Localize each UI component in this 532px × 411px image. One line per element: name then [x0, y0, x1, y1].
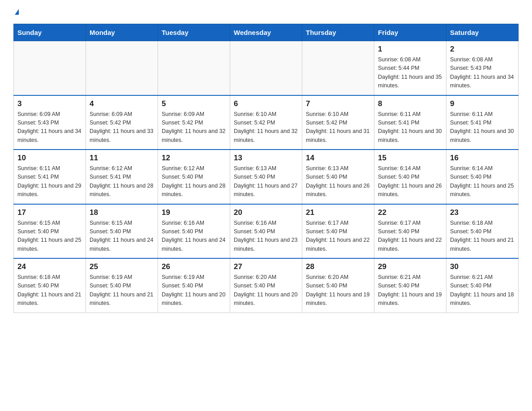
day-number: 7 [306, 99, 370, 108]
day-info: Sunrise: 6:13 AMSunset: 5:40 PMDaylight:… [234, 164, 298, 199]
day-number: 5 [162, 99, 226, 108]
day-info: Sunrise: 6:09 AMSunset: 5:42 PMDaylight:… [162, 110, 226, 145]
day-number: 2 [450, 45, 515, 54]
calendar-cell: 12Sunrise: 6:12 AMSunset: 5:40 PMDayligh… [158, 150, 230, 204]
calendar-cell: 6Sunrise: 6:10 AMSunset: 5:42 PMDaylight… [230, 95, 302, 150]
calendar-table: SundayMondayTuesdayWednesdayThursdayFrid… [13, 24, 519, 313]
day-of-week-header: Wednesday [230, 24, 302, 41]
calendar-week-row: 17Sunrise: 6:15 AMSunset: 5:40 PMDayligh… [14, 204, 519, 259]
calendar-cell: 21Sunrise: 6:17 AMSunset: 5:40 PMDayligh… [302, 204, 374, 259]
calendar-cell [230, 41, 302, 95]
day-of-week-header: Sunday [14, 24, 86, 41]
day-number: 10 [17, 154, 82, 163]
day-info: Sunrise: 6:17 AMSunset: 5:40 PMDaylight:… [378, 219, 442, 254]
day-info: Sunrise: 6:13 AMSunset: 5:40 PMDaylight:… [306, 164, 370, 199]
day-of-week-header: Thursday [302, 24, 374, 41]
day-number: 18 [90, 208, 154, 217]
day-number: 6 [234, 99, 298, 108]
calendar-cell: 3Sunrise: 6:09 AMSunset: 5:43 PMDaylight… [14, 95, 86, 150]
day-of-week-header: Friday [374, 24, 446, 41]
day-info: Sunrise: 6:15 AMSunset: 5:40 PMDaylight:… [17, 219, 82, 254]
day-info: Sunrise: 6:19 AMSunset: 5:40 PMDaylight:… [162, 273, 226, 308]
day-of-week-header: Saturday [446, 24, 519, 41]
day-info: Sunrise: 6:20 AMSunset: 5:40 PMDaylight:… [306, 273, 370, 308]
day-info: Sunrise: 6:19 AMSunset: 5:40 PMDaylight:… [90, 273, 154, 308]
calendar-cell: 15Sunrise: 6:14 AMSunset: 5:40 PMDayligh… [374, 150, 446, 204]
day-info: Sunrise: 6:09 AMSunset: 5:43 PMDaylight:… [17, 110, 82, 145]
day-number: 21 [306, 208, 370, 217]
day-number: 11 [90, 154, 154, 163]
day-number: 4 [90, 99, 154, 108]
calendar-cell: 20Sunrise: 6:16 AMSunset: 5:40 PMDayligh… [230, 204, 302, 259]
calendar-week-row: 10Sunrise: 6:11 AMSunset: 5:41 PMDayligh… [14, 150, 519, 204]
day-info: Sunrise: 6:10 AMSunset: 5:42 PMDaylight:… [234, 110, 298, 145]
calendar-cell: 22Sunrise: 6:17 AMSunset: 5:40 PMDayligh… [374, 204, 446, 259]
day-info: Sunrise: 6:14 AMSunset: 5:40 PMDaylight:… [378, 164, 442, 199]
day-number: 22 [378, 208, 442, 217]
day-info: Sunrise: 6:12 AMSunset: 5:40 PMDaylight:… [162, 164, 226, 199]
calendar-week-row: 3Sunrise: 6:09 AMSunset: 5:43 PMDaylight… [14, 95, 519, 150]
day-number: 27 [234, 262, 298, 271]
day-number: 14 [306, 154, 370, 163]
calendar-cell: 25Sunrise: 6:19 AMSunset: 5:40 PMDayligh… [86, 258, 158, 313]
day-number: 12 [162, 154, 226, 163]
day-info: Sunrise: 6:21 AMSunset: 5:40 PMDaylight:… [378, 273, 442, 308]
calendar-cell: 13Sunrise: 6:13 AMSunset: 5:40 PMDayligh… [230, 150, 302, 204]
day-info: Sunrise: 6:09 AMSunset: 5:42 PMDaylight:… [90, 110, 154, 145]
day-of-week-header: Tuesday [158, 24, 230, 41]
calendar-header-row: SundayMondayTuesdayWednesdayThursdayFrid… [14, 24, 519, 41]
day-info: Sunrise: 6:16 AMSunset: 5:40 PMDaylight:… [162, 219, 226, 254]
calendar-cell: 19Sunrise: 6:16 AMSunset: 5:40 PMDayligh… [158, 204, 230, 259]
calendar-cell: 28Sunrise: 6:20 AMSunset: 5:40 PMDayligh… [302, 258, 374, 313]
calendar-cell: 9Sunrise: 6:11 AMSunset: 5:41 PMDaylight… [446, 95, 519, 150]
calendar-cell: 4Sunrise: 6:09 AMSunset: 5:42 PMDaylight… [86, 95, 158, 150]
day-number: 28 [306, 262, 370, 271]
calendar-cell: 26Sunrise: 6:19 AMSunset: 5:40 PMDayligh… [158, 258, 230, 313]
calendar-cell: 18Sunrise: 6:15 AMSunset: 5:40 PMDayligh… [86, 204, 158, 259]
calendar-week-row: 24Sunrise: 6:18 AMSunset: 5:40 PMDayligh… [14, 258, 519, 313]
day-info: Sunrise: 6:16 AMSunset: 5:40 PMDaylight:… [234, 219, 298, 254]
day-number: 3 [17, 99, 82, 108]
day-number: 30 [450, 262, 515, 271]
calendar-cell: 10Sunrise: 6:11 AMSunset: 5:41 PMDayligh… [14, 150, 86, 204]
calendar-cell: 17Sunrise: 6:15 AMSunset: 5:40 PMDayligh… [14, 204, 86, 259]
calendar-cell: 1Sunrise: 6:08 AMSunset: 5:44 PMDaylight… [374, 41, 446, 95]
day-info: Sunrise: 6:12 AMSunset: 5:41 PMDaylight:… [90, 164, 154, 199]
day-info: Sunrise: 6:17 AMSunset: 5:40 PMDaylight:… [306, 219, 370, 254]
day-number: 13 [234, 154, 298, 163]
calendar-cell: 11Sunrise: 6:12 AMSunset: 5:41 PMDayligh… [86, 150, 158, 204]
calendar-cell: 16Sunrise: 6:14 AMSunset: 5:40 PMDayligh… [446, 150, 519, 204]
day-info: Sunrise: 6:18 AMSunset: 5:40 PMDaylight:… [17, 273, 82, 308]
day-info: Sunrise: 6:11 AMSunset: 5:41 PMDaylight:… [17, 164, 82, 199]
calendar-cell: 8Sunrise: 6:11 AMSunset: 5:41 PMDaylight… [374, 95, 446, 150]
calendar-cell [86, 41, 158, 95]
calendar-cell [302, 41, 374, 95]
day-info: Sunrise: 6:08 AMSunset: 5:43 PMDaylight:… [450, 56, 515, 90]
calendar-cell: 7Sunrise: 6:10 AMSunset: 5:42 PMDaylight… [302, 95, 374, 150]
day-number: 23 [450, 208, 515, 217]
page-header [13, 9, 519, 16]
calendar-cell: 24Sunrise: 6:18 AMSunset: 5:40 PMDayligh… [14, 258, 86, 313]
day-number: 19 [162, 208, 226, 217]
calendar-cell: 2Sunrise: 6:08 AMSunset: 5:43 PMDaylight… [446, 41, 519, 95]
calendar-cell: 27Sunrise: 6:20 AMSunset: 5:40 PMDayligh… [230, 258, 302, 313]
calendar-cell [158, 41, 230, 95]
calendar-cell: 23Sunrise: 6:18 AMSunset: 5:40 PMDayligh… [446, 204, 519, 259]
day-info: Sunrise: 6:20 AMSunset: 5:40 PMDaylight:… [234, 273, 298, 308]
day-info: Sunrise: 6:08 AMSunset: 5:44 PMDaylight:… [378, 56, 442, 90]
day-info: Sunrise: 6:21 AMSunset: 5:40 PMDaylight:… [450, 273, 515, 308]
calendar-cell [14, 41, 86, 95]
day-info: Sunrise: 6:11 AMSunset: 5:41 PMDaylight:… [378, 110, 442, 145]
calendar-cell: 29Sunrise: 6:21 AMSunset: 5:40 PMDayligh… [374, 258, 446, 313]
day-number: 9 [450, 99, 515, 108]
day-number: 1 [378, 45, 442, 54]
day-number: 25 [90, 262, 154, 271]
day-info: Sunrise: 6:14 AMSunset: 5:40 PMDaylight:… [450, 164, 515, 199]
day-info: Sunrise: 6:18 AMSunset: 5:40 PMDaylight:… [450, 219, 515, 254]
logo [13, 9, 19, 16]
calendar-week-row: 1Sunrise: 6:08 AMSunset: 5:44 PMDaylight… [14, 41, 519, 95]
calendar-cell: 5Sunrise: 6:09 AMSunset: 5:42 PMDaylight… [158, 95, 230, 150]
day-info: Sunrise: 6:11 AMSunset: 5:41 PMDaylight:… [450, 110, 515, 145]
calendar-cell: 14Sunrise: 6:13 AMSunset: 5:40 PMDayligh… [302, 150, 374, 204]
day-info: Sunrise: 6:15 AMSunset: 5:40 PMDaylight:… [90, 219, 154, 254]
